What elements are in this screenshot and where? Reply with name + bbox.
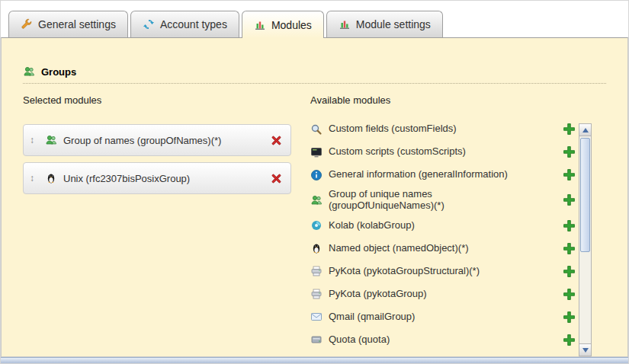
add-module-button[interactable] [563, 219, 576, 232]
tab-bar: General settings Account types Modules M… [8, 11, 443, 38]
disk-icon [310, 334, 323, 346]
magnifier-icon [310, 123, 323, 136]
group-icon [45, 134, 57, 146]
section-header: Groups [23, 65, 606, 84]
module-label: Quota (quota) [329, 334, 521, 346]
tab-label: General settings [38, 18, 116, 30]
drag-handle-icon[interactable]: ↕ [30, 174, 39, 183]
tux-icon [310, 242, 323, 254]
scrollbar-thumb[interactable] [580, 138, 590, 252]
tab-account-types[interactable]: Account types [130, 11, 239, 37]
module-label: Custom scripts (customScripts) [329, 146, 521, 158]
module-label: Custom fields (customFields) [329, 123, 521, 135]
available-modules-list: Custom fields (customFields) Custom scri… [310, 120, 576, 349]
selected-module-row[interactable]: ↕ Group of names (groupOfNames)(*) [23, 124, 291, 156]
scroll-down-button[interactable] [579, 343, 591, 356]
tab-label: Modules [271, 19, 312, 31]
tux-icon [45, 172, 57, 184]
module-label: Kolab (kolabGroup) [329, 220, 521, 231]
available-module-row: Custom scripts (customScripts) [310, 143, 576, 161]
section-title: Groups [41, 66, 76, 78]
selected-modules-column: Selected modules ↕ Group of names (group… [23, 94, 291, 200]
available-module-row: General information (generalInformation) [310, 166, 576, 184]
available-modules-heading: Available modules [310, 94, 576, 106]
group-icon [310, 194, 323, 206]
add-module-button[interactable] [563, 311, 576, 324]
available-module-row: Named object (namedObject)(*) [310, 240, 576, 257]
module-label: Group of names (groupOfNames)(*) [63, 135, 264, 146]
arrow-up-icon [582, 128, 589, 133]
group-icon [23, 65, 35, 78]
add-module-button[interactable] [563, 168, 576, 181]
wrench-icon [21, 18, 33, 30]
printer-icon [310, 288, 323, 300]
add-module-button[interactable] [563, 123, 576, 136]
sync-icon [143, 18, 155, 30]
add-module-button[interactable] [563, 334, 576, 346]
scroll-up-button[interactable] [579, 124, 591, 136]
drag-handle-icon[interactable]: ↕ [30, 136, 39, 145]
selected-modules-heading: Selected modules [23, 94, 291, 106]
tab-label: Module settings [356, 18, 431, 30]
lam-config-window: General settings Account types Modules M… [0, 0, 629, 364]
tab-label: Account types [160, 18, 227, 30]
module-label: Unix (rfc2307bisPosixGroup) [63, 173, 264, 184]
module-label: PyKota (pykotaGroup) [329, 289, 521, 300]
footer-strip [1, 357, 628, 363]
tab-module-settings[interactable]: Module settings [326, 11, 443, 37]
add-module-button[interactable] [563, 265, 576, 278]
available-modules-column: Available modules Custom fields (customF… [310, 94, 576, 354]
module-label: PyKota (pykotaGroupStructural)(*) [329, 266, 521, 277]
chart-icon [339, 18, 351, 30]
available-module-row: PyKota (pykotaGroup) [310, 286, 576, 303]
tab-general-settings[interactable]: General settings [8, 11, 128, 37]
mail-icon [310, 311, 323, 323]
arrow-down-icon [582, 348, 589, 353]
add-module-button[interactable] [563, 288, 576, 301]
available-module-row: Custom fields (customFields) [310, 120, 576, 138]
remove-module-button[interactable] [270, 134, 283, 147]
add-module-button[interactable] [563, 193, 576, 206]
add-module-button[interactable] [563, 242, 576, 255]
module-label: Qmail (qmailGroup) [329, 311, 521, 323]
available-modules-scrollbar[interactable] [579, 123, 592, 356]
selected-module-row[interactable]: ↕ Unix (rfc2307bisPosixGroup) [23, 162, 291, 194]
available-module-row: Kolab (kolabGroup) [310, 217, 576, 235]
module-label: Group of unique names (groupOfUniqueName… [329, 189, 521, 212]
module-label: Named object (namedObject)(*) [329, 243, 521, 254]
screen-icon [310, 146, 323, 158]
printer-icon [310, 265, 323, 277]
selected-modules-list: ↕ Group of names (groupOfNames)(*) ↕ Uni… [23, 124, 291, 194]
available-module-row: Group of unique names (groupOfUniqueName… [310, 189, 576, 212]
kolab-icon [310, 219, 323, 231]
add-module-button[interactable] [563, 145, 576, 158]
available-module-row: PyKota (pykotaGroupStructural)(*) [310, 263, 576, 280]
info-icon [310, 169, 323, 181]
module-label: General information (generalInformation) [329, 169, 521, 180]
content-panel: Groups Selected modules ↕ Group of names… [1, 37, 628, 357]
available-module-row: Qmail (qmailGroup) [310, 308, 576, 326]
available-module-row: Quota (quota) [310, 331, 576, 349]
chart-icon [254, 19, 266, 31]
remove-module-button[interactable] [270, 172, 283, 185]
tab-modules[interactable]: Modules [242, 11, 324, 38]
